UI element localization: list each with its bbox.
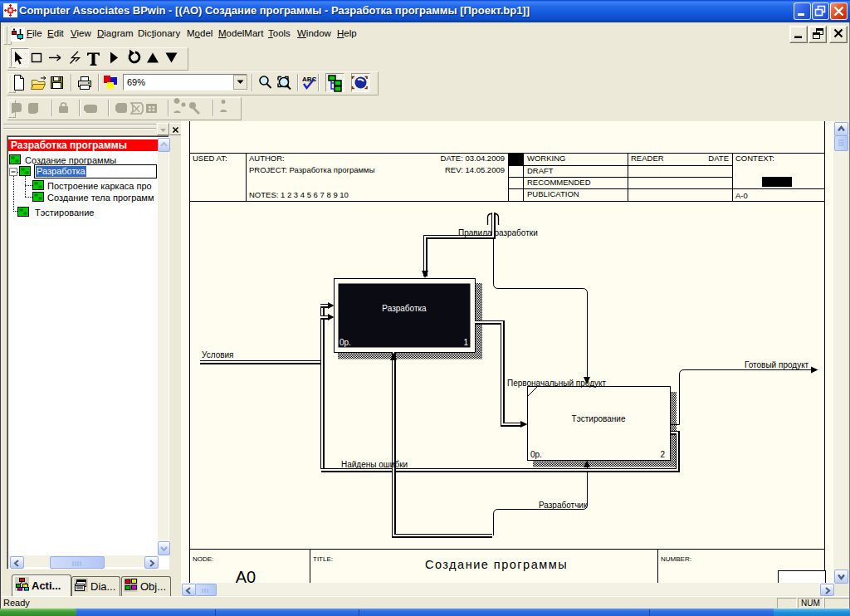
svg-text:Разработчик: Разработчик xyxy=(539,501,588,510)
svg-text:READER: READER xyxy=(631,154,664,163)
svg-text:69%: 69% xyxy=(127,77,145,87)
svg-text:Готовый продукт: Готовый продукт xyxy=(745,360,809,369)
svg-text:2: 2 xyxy=(660,450,665,459)
svg-text:USED AT:: USED AT: xyxy=(193,154,227,163)
svg-text:DATE: 03.04.2009: DATE: 03.04.2009 xyxy=(441,154,505,163)
svg-text:A-0: A-0 xyxy=(735,191,748,200)
svg-text:Разработка программы: Разработка программы xyxy=(11,139,127,151)
svg-text:Первоначальный продукт: Первоначальный продукт xyxy=(507,379,606,388)
svg-text:Разработка: Разработка xyxy=(382,304,427,313)
svg-text:NODE:: NODE: xyxy=(193,555,213,563)
svg-text:NOTES: 1 2 3 4 5 6 7 8: NOTES: 1 2 3 4 5 6 7 8 9 10 xyxy=(249,190,349,199)
svg-text:Создание программы: Создание программы xyxy=(25,155,116,165)
svg-text:Правила разработки: Правила разработки xyxy=(458,228,538,237)
svg-text:CONTEXT:: CONTEXT: xyxy=(735,154,774,163)
svg-text:RECOMMENDED: RECOMMENDED xyxy=(527,178,591,187)
svg-text:Создание тела программ: Создание тела программ xyxy=(47,193,154,203)
svg-text:0р.: 0р. xyxy=(530,450,542,459)
svg-text:Тэстирование: Тэстирование xyxy=(35,208,94,218)
svg-text:1: 1 xyxy=(463,338,468,347)
svg-text:PUBLICATION: PUBLICATION xyxy=(527,189,579,198)
svg-text:Построение каркаса про: Построение каркаса про xyxy=(47,181,152,191)
svg-text:PROJECT: Разработка программы: PROJECT: Разработка программы xyxy=(249,165,375,174)
svg-text:DATE: DATE xyxy=(708,154,729,163)
svg-text:DRAFT: DRAFT xyxy=(527,166,554,175)
svg-text:NUMBER:: NUMBER: xyxy=(661,555,691,563)
svg-text:Разработка: Разработка xyxy=(37,166,86,176)
svg-text:WORKING: WORKING xyxy=(527,154,565,163)
svg-text:Найдены ошибки: Найдены ошибки xyxy=(341,460,408,469)
svg-text:A0: A0 xyxy=(236,568,256,583)
svg-text:TITLE:: TITLE: xyxy=(313,555,333,563)
svg-text:AUTHOR:: AUTHOR: xyxy=(249,154,285,163)
svg-text:0р.: 0р. xyxy=(340,338,351,347)
svg-text:Создание программы: Создание программы xyxy=(425,558,568,571)
svg-text:Условия: Условия xyxy=(202,350,234,359)
svg-text:Тэстирование: Тэстирование xyxy=(572,414,626,423)
svg-text:REV: 14.05.2009: REV: 14.05.2009 xyxy=(445,165,505,174)
